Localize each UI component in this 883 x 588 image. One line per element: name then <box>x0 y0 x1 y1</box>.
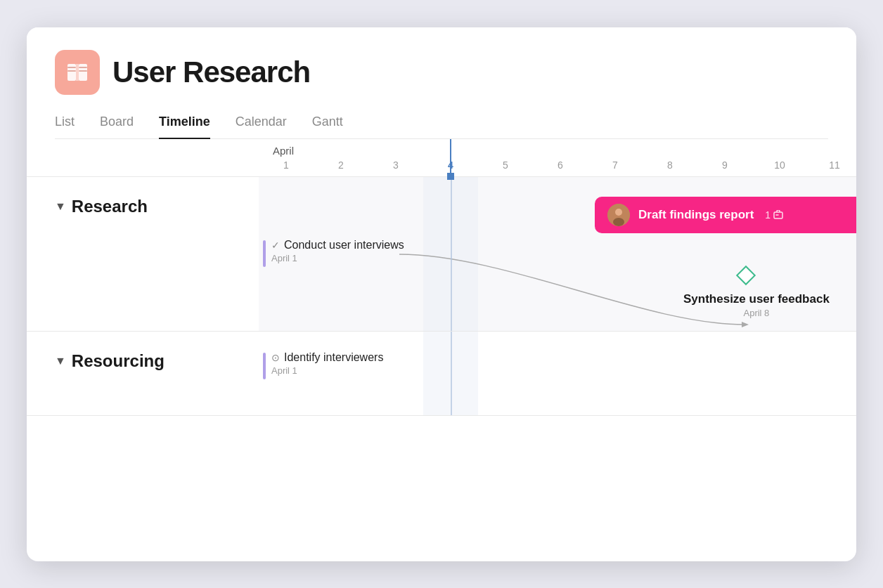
identify-interviewers-name: ⊙ Identify interviewers <box>271 351 383 364</box>
day-11: 11 <box>807 158 856 176</box>
resourcing-section-row: ▼ Resourcing ⊙ Identify interviewers <box>27 332 856 416</box>
identify-interviewers-task[interactable]: ⊙ Identify interviewers April 1 <box>263 351 383 379</box>
title-row: User Research <box>55 50 828 95</box>
tab-board[interactable]: Board <box>100 115 134 140</box>
svg-point-8 <box>615 209 622 216</box>
timeline-area: April 1 2 3 4 5 6 7 8 9 10 11 12 <box>27 139 856 416</box>
day-7: 7 <box>588 158 643 176</box>
main-window: User Research List Board Timeline Calend… <box>27 27 856 561</box>
header: User Research List Board Timeline Calend… <box>27 27 856 140</box>
conduct-interviews-task[interactable]: ✓ Conduct user interviews April 1 <box>263 239 404 267</box>
svg-point-9 <box>613 218 624 226</box>
day-2: 2 <box>314 158 368 176</box>
svg-marker-12 <box>742 322 749 327</box>
today-line-resourcing <box>451 332 452 415</box>
resourcing-chevron-icon[interactable]: ▼ <box>55 355 66 367</box>
svg-rect-4 <box>79 67 87 68</box>
task-bar-purple <box>263 240 266 267</box>
tab-timeline[interactable]: Timeline <box>159 115 210 140</box>
month-label: April <box>259 139 856 158</box>
day-4: 4 <box>423 158 478 176</box>
research-label-col: ▼ Research <box>27 177 259 331</box>
timeline-header: April 1 2 3 4 5 6 7 8 9 10 11 12 <box>27 139 856 177</box>
draft-findings-label: Draft findings report <box>638 208 754 222</box>
milestone-diamond-icon <box>736 266 756 285</box>
svg-rect-2 <box>76 64 79 81</box>
svg-rect-1 <box>79 64 87 81</box>
day-numbers: 1 2 3 4 5 6 7 8 9 10 11 12 <box>259 158 856 176</box>
svg-rect-5 <box>67 70 76 72</box>
check-icon: ✓ <box>271 240 280 251</box>
day-8: 8 <box>643 158 697 176</box>
tab-gantt[interactable]: Gantt <box>312 115 343 140</box>
day-9: 9 <box>697 158 752 176</box>
identify-interviewers-text: ⊙ Identify interviewers April 1 <box>271 351 383 376</box>
synthesize-milestone[interactable]: Synthesize user feedback April 8 <box>662 268 830 318</box>
avatar <box>607 204 630 226</box>
conduct-interviews-name: ✓ Conduct user interviews <box>271 239 404 251</box>
research-section-name: Research <box>72 197 148 216</box>
research-chevron-icon[interactable]: ▼ <box>55 200 66 213</box>
tabs-bar: List Board Timeline Calendar Gantt <box>55 115 828 140</box>
day-1: 1 <box>259 158 314 176</box>
timeline-dates-col: April 1 2 3 4 5 6 7 8 9 10 11 12 <box>259 139 856 176</box>
draft-findings-badge: 1 <box>765 209 783 221</box>
synthesize-date: April 8 <box>744 308 770 318</box>
draft-findings-bar[interactable]: Draft findings report 1 <box>595 197 856 233</box>
resourcing-timeline: ⊙ Identify interviewers April 1 <box>259 332 856 415</box>
svg-rect-0 <box>67 64 76 81</box>
svg-rect-3 <box>67 67 76 68</box>
circle-check-icon: ⊙ <box>271 352 280 363</box>
synthesize-name: Synthesize user feedback <box>683 292 830 306</box>
book-open-icon <box>65 60 90 85</box>
tab-calendar[interactable]: Calendar <box>236 115 287 140</box>
svg-rect-6 <box>79 70 87 72</box>
today-line-research <box>451 177 452 331</box>
app-icon <box>55 50 100 95</box>
conduct-interviews-date: April 1 <box>271 253 404 263</box>
day-6: 6 <box>533 158 588 176</box>
day-5: 5 <box>478 158 533 176</box>
day-3: 3 <box>368 158 423 176</box>
timeline-label-spacer <box>27 139 259 176</box>
resourcing-label-col: ▼ Resourcing <box>27 332 259 415</box>
page-title: User Research <box>112 55 310 89</box>
identify-interviewers-date: April 1 <box>271 365 383 376</box>
tab-list[interactable]: List <box>55 115 75 140</box>
resourcing-section-name: Resourcing <box>72 351 165 371</box>
task-bar-purple-2 <box>263 353 266 379</box>
research-timeline: Draft findings report 1 <box>259 177 856 331</box>
research-section-row: ▼ Research <box>27 177 856 332</box>
day-10: 10 <box>752 158 807 176</box>
conduct-interviews-text: ✓ Conduct user interviews April 1 <box>271 239 404 263</box>
